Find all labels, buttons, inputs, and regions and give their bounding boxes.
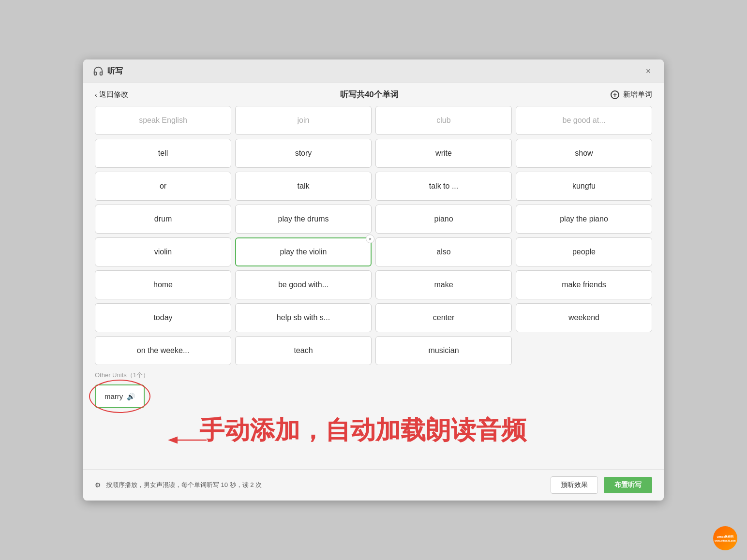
marry-word-text: marry [105, 392, 123, 400]
word-text: weekend [568, 313, 599, 322]
word-text: make friends [562, 280, 606, 289]
word-text: also [436, 248, 450, 256]
word-text: on the weeke... [137, 346, 190, 355]
word-cell[interactable]: be good with... [235, 270, 372, 299]
main-dialog: 听写 × ‹ 返回修改 听写共40个单词 + 新增单词 speak Englis… [83, 59, 664, 501]
word-text: musician [428, 346, 459, 355]
word-text: be good at... [563, 116, 606, 125]
word-text: play the piano [560, 215, 608, 223]
word-cell-selected[interactable]: play the violin × [235, 237, 372, 266]
word-text: center [433, 313, 454, 322]
word-cell[interactable]: violin [95, 237, 231, 266]
plus-circle-icon: + [611, 90, 619, 99]
word-cell-empty [516, 336, 652, 365]
word-text: piano [434, 215, 453, 223]
title-bar-left: 听写 [93, 66, 123, 76]
word-text: talk [298, 182, 310, 191]
footer-settings-text: 按顺序播放，男女声混读，每个单词听写 10 秒，读 2 次 [106, 481, 262, 489]
delete-word-button[interactable]: × [366, 235, 374, 243]
preview-button[interactable]: 预听效果 [551, 476, 598, 494]
footer: ⚙ 按顺序播放，男女声混读，每个单词听写 10 秒，读 2 次 预听效果 布置听… [83, 469, 664, 501]
word-text: speak English [139, 116, 187, 125]
back-label: 返回修改 [99, 90, 128, 99]
word-grid: speak English join club be good at... te… [95, 106, 652, 365]
toolbar: ‹ 返回修改 听写共40个单词 + 新增单词 [83, 83, 664, 106]
word-text: violin [154, 248, 172, 256]
word-text: help sb with s... [277, 313, 330, 322]
word-text: club [436, 116, 450, 125]
add-label: 新增单词 [623, 90, 652, 99]
word-text: or [160, 182, 166, 191]
word-cell[interactable]: club [375, 106, 512, 135]
word-cell[interactable]: story [235, 139, 372, 168]
annotation-area: 手动添加，自动加载朗读音频 [83, 411, 664, 469]
other-units-section: Other Units（1个） marry 🔊 [83, 365, 664, 408]
word-cell[interactable]: make [375, 270, 512, 299]
word-text: make [434, 280, 453, 289]
word-cell[interactable]: speak English [95, 106, 231, 135]
add-word-button[interactable]: + 新增单词 [611, 90, 652, 99]
sound-icon[interactable]: 🔊 [127, 393, 135, 400]
word-text: play the violin [280, 248, 327, 256]
gear-icon: ⚙ [95, 481, 101, 489]
word-cell[interactable]: talk to ... [375, 172, 512, 201]
word-text: show [575, 149, 593, 158]
word-cell[interactable]: write [375, 139, 512, 168]
marry-word-cell[interactable]: marry 🔊 [95, 384, 145, 408]
word-cell[interactable]: piano [375, 205, 512, 234]
word-text: today [153, 313, 172, 322]
word-text: home [153, 280, 173, 289]
setup-dictation-button[interactable]: 布置听写 [604, 477, 652, 493]
word-cell[interactable]: be good at... [516, 106, 652, 135]
word-cell[interactable]: center [375, 303, 512, 332]
word-cell[interactable]: make friends [516, 270, 652, 299]
word-cell[interactable]: play the drums [235, 205, 372, 234]
word-text: join [298, 116, 310, 125]
footer-settings: ⚙ 按顺序播放，男女声混读，每个单词听写 10 秒，读 2 次 [95, 481, 262, 489]
word-text: story [295, 149, 312, 158]
other-units-items: marry 🔊 [95, 384, 652, 408]
word-cell[interactable]: people [516, 237, 652, 266]
word-text: talk to ... [429, 182, 458, 191]
word-text: be good with... [278, 280, 329, 289]
word-cell[interactable]: on the weeke... [95, 336, 231, 365]
word-cell[interactable]: drum [95, 205, 231, 234]
title-bar: 听写 × [83, 59, 664, 83]
word-text: play the drums [278, 215, 329, 223]
footer-actions: 预听效果 布置听写 [551, 476, 652, 494]
word-cell[interactable]: teach [235, 336, 372, 365]
other-units-title: Other Units（1个） [95, 371, 652, 380]
back-button[interactable]: ‹ 返回修改 [95, 90, 128, 99]
headphone-icon [93, 66, 104, 76]
word-cell[interactable]: musician [375, 336, 512, 365]
word-cell[interactable]: show [516, 139, 652, 168]
word-text: tell [158, 149, 168, 158]
dialog-title: 听写 [107, 66, 123, 76]
word-cell[interactable]: weekend [516, 303, 652, 332]
word-cell[interactable]: or [95, 172, 231, 201]
word-text: teach [294, 346, 313, 355]
annotation-text: 手动添加，自动加载朗读音频 [199, 413, 526, 447]
word-cell[interactable]: help sb with s... [235, 303, 372, 332]
word-cell[interactable]: home [95, 270, 231, 299]
word-text: write [435, 149, 452, 158]
close-button[interactable]: × [642, 65, 654, 77]
word-cell[interactable]: also [375, 237, 512, 266]
word-text: people [572, 248, 596, 256]
chevron-left-icon: ‹ [95, 91, 97, 99]
word-cell[interactable]: join [235, 106, 372, 135]
word-cell[interactable]: today [95, 303, 231, 332]
word-cell[interactable]: play the piano [516, 205, 652, 234]
word-grid-container: speak English join club be good at... te… [83, 106, 664, 365]
word-text: kungfu [572, 182, 596, 191]
toolbar-title: 听写共40个单词 [340, 89, 399, 100]
word-text: drum [154, 215, 172, 223]
word-cell[interactable]: tell [95, 139, 231, 168]
word-cell[interactable]: talk [235, 172, 372, 201]
word-cell[interactable]: kungfu [516, 172, 652, 201]
